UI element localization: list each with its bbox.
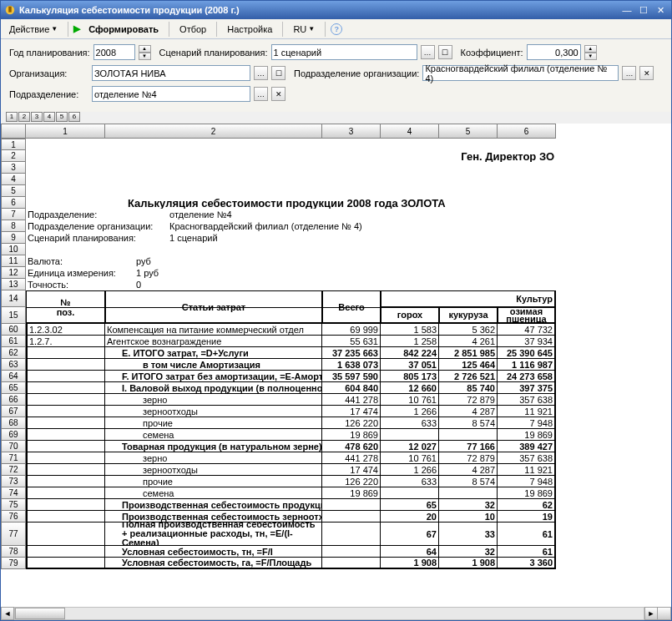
row-header[interactable]: 65 xyxy=(1,382,26,394)
maximize-button[interactable]: ☐ xyxy=(636,3,651,17)
row-header[interactable]: 74 xyxy=(1,487,26,499)
row-header[interactable]: 76 xyxy=(1,511,26,523)
year-down[interactable]: ▼ xyxy=(139,53,151,60)
row-header[interactable]: 15 xyxy=(1,307,26,324)
row-header[interactable]: 11 xyxy=(1,255,26,267)
lang-menu[interactable]: RU▼ xyxy=(288,23,320,35)
cell: 2 851 985 xyxy=(439,347,498,359)
row-header[interactable]: 70 xyxy=(1,441,26,452)
row-header[interactable]: 12 xyxy=(1,267,26,279)
row-header[interactable]: 63 xyxy=(1,359,26,371)
row-header[interactable]: 14 xyxy=(1,290,26,307)
row-header[interactable]: 6 xyxy=(1,197,26,209)
outline-tab-5[interactable]: 5 xyxy=(56,112,68,122)
col-header[interactable]: 4 xyxy=(381,124,439,139)
row-header[interactable]: 60 xyxy=(1,324,26,336)
row-header[interactable]: 71 xyxy=(1,452,26,464)
sheet-body[interactable]: Ген. Директор ЗОКалькуляция себестоимост… xyxy=(26,139,671,607)
generate-button[interactable]: Сформировать xyxy=(83,23,164,35)
col-header[interactable]: 2 xyxy=(105,124,322,139)
subdiv-select-button[interactable]: … xyxy=(254,87,268,101)
cell: 1 266 xyxy=(381,464,439,476)
row-header[interactable]: 72 xyxy=(1,464,26,476)
row-header[interactable]: 68 xyxy=(1,417,26,429)
outline-tab-3[interactable]: 3 xyxy=(31,112,43,122)
cell: в том числе Амортизация xyxy=(105,359,322,371)
scroll-right-button[interactable]: ► xyxy=(644,607,658,620)
row-header[interactable]: 10 xyxy=(1,244,26,255)
row-header[interactable]: 62 xyxy=(1,347,26,359)
org-select-button[interactable]: … xyxy=(254,66,268,80)
subdiv-org-label: Подразделение организации: xyxy=(294,68,419,78)
outline-tab-6[interactable]: 6 xyxy=(68,112,80,122)
col-header[interactable]: 1 xyxy=(26,124,105,139)
outline-tabs: 1 2 3 4 5 6 xyxy=(1,112,671,124)
row-header[interactable]: 75 xyxy=(1,499,26,511)
outline-tab-1[interactable]: 1 xyxy=(6,112,18,122)
titlebar: Калькуляция себестоимости продукции (200… xyxy=(1,1,671,19)
scenario-input[interactable]: 1 сценарий xyxy=(271,44,417,60)
filter-button[interactable]: Отбор xyxy=(174,23,211,35)
subdiv-org-select-button[interactable]: … xyxy=(622,66,636,80)
row-header[interactable]: 2 xyxy=(1,150,26,162)
cell: 35 597 590 xyxy=(322,371,381,382)
row-header[interactable]: 1 xyxy=(1,139,26,150)
cell xyxy=(26,429,105,441)
org-input[interactable]: ЗОЛОТАЯ НИВА xyxy=(92,65,250,81)
help-icon[interactable]: ? xyxy=(331,23,342,35)
subdiv-input[interactable]: отделение №4 xyxy=(92,86,250,102)
scroll-thumb[interactable] xyxy=(15,608,65,619)
row-header[interactable]: 66 xyxy=(1,394,26,406)
scroll-left-button[interactable]: ◄ xyxy=(1,607,14,620)
col-header[interactable]: 3 xyxy=(322,124,381,139)
actions-menu[interactable]: Действие▼ xyxy=(4,23,63,35)
row-header[interactable]: 78 xyxy=(1,546,26,558)
minimize-button[interactable]: — xyxy=(619,3,634,17)
row-header[interactable]: 13 xyxy=(1,279,26,290)
row-header[interactable]: 7 xyxy=(1,209,26,220)
sheet-corner[interactable] xyxy=(1,124,26,139)
year-label: Год планирования: xyxy=(9,48,90,58)
cell: 55 631 xyxy=(322,336,381,347)
row-header[interactable]: 67 xyxy=(1,406,26,417)
settings-button[interactable]: Настройка xyxy=(222,23,277,35)
subdiv-org-clear-button[interactable]: ✕ xyxy=(639,66,654,80)
year-input[interactable]: 2008 xyxy=(93,44,135,60)
year-up[interactable]: ▲ xyxy=(139,45,151,53)
coef-up[interactable]: ▲ xyxy=(584,45,597,53)
row-header[interactable]: 77 xyxy=(1,523,26,546)
row-header[interactable]: 79 xyxy=(1,558,26,569)
col-header[interactable]: 6 xyxy=(498,124,556,139)
row-header[interactable]: 4 xyxy=(1,174,26,185)
outline-tab-2[interactable]: 2 xyxy=(18,112,30,122)
cell: 3 360 xyxy=(498,558,556,569)
cell: Полная производственная себестоимость + … xyxy=(105,523,322,546)
col-header[interactable]: 5 xyxy=(439,124,498,139)
row-header[interactable]: 73 xyxy=(1,476,26,487)
coef-down[interactable]: ▼ xyxy=(584,53,597,60)
row-header[interactable]: 61 xyxy=(1,336,26,347)
scenario-select-button[interactable]: … xyxy=(421,45,435,59)
row-header[interactable]: 8 xyxy=(1,220,26,232)
cell: 72 879 xyxy=(439,452,498,464)
row-header[interactable]: 64 xyxy=(1,371,26,382)
cell: E. ИТОГО затрат, =D+Услуги xyxy=(105,347,322,359)
org-open-button[interactable]: ☐ xyxy=(271,66,285,80)
cell: 69 999 xyxy=(322,324,381,336)
close-button[interactable]: ✕ xyxy=(653,3,668,17)
scroll-track[interactable] xyxy=(14,607,644,620)
horizontal-scrollbar[interactable]: ◄ ► xyxy=(1,607,671,620)
cell xyxy=(322,558,381,569)
subdiv-clear-button[interactable]: ✕ xyxy=(271,87,285,101)
cell xyxy=(26,139,556,150)
outline-tab-4[interactable]: 4 xyxy=(43,112,55,122)
row-header[interactable]: 3 xyxy=(1,162,26,174)
cell: 4 287 xyxy=(439,464,498,476)
cell: 47 732 xyxy=(498,324,556,336)
scenario-open-button[interactable]: ☐ xyxy=(438,45,452,59)
row-header[interactable]: 5 xyxy=(1,185,26,197)
row-header[interactable]: 9 xyxy=(1,232,26,244)
row-header[interactable]: 69 xyxy=(1,429,26,441)
coef-input[interactable]: 0,300 xyxy=(527,44,581,60)
subdiv-org-input[interactable]: Красногвардейский филиал (отделение № 4) xyxy=(422,65,619,81)
